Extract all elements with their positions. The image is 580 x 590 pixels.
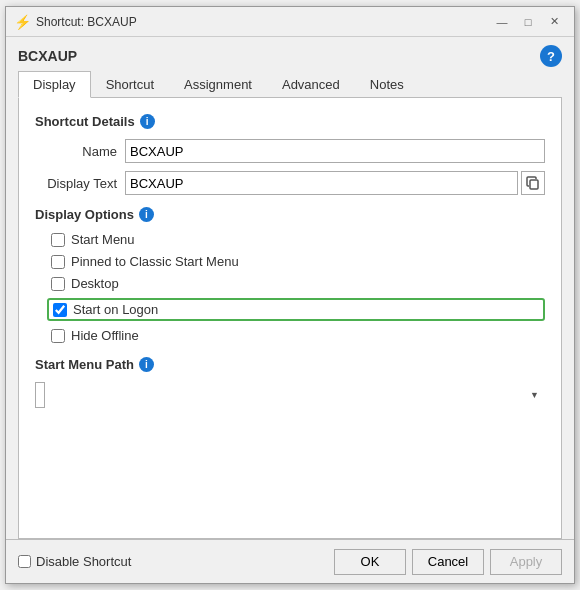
shortcut-details-heading: Shortcut Details i: [35, 114, 545, 129]
tab-bar: Display Shortcut Assignment Advanced Not…: [18, 71, 562, 98]
start-menu-path-section: Start Menu Path i: [35, 357, 545, 408]
title-bar-text: Shortcut: BCXAUP: [36, 15, 490, 29]
copy-button[interactable]: [521, 171, 545, 195]
svg-rect-0: [530, 180, 538, 189]
pinned-classic-label[interactable]: Pinned to Classic Start Menu: [71, 254, 239, 269]
display-options-label: Display Options: [35, 207, 134, 222]
start-menu-label[interactable]: Start Menu: [71, 232, 135, 247]
disable-shortcut-row: Disable Shortcut: [18, 554, 334, 569]
title-bar: ⚡ Shortcut: BCXAUP — □ ✕: [6, 7, 574, 37]
pinned-classic-checkbox[interactable]: [51, 255, 65, 269]
start-menu-path-wrapper: [35, 382, 545, 408]
checkbox-start-on-logon: Start on Logon: [47, 298, 545, 321]
checkbox-start-menu: Start Menu: [51, 232, 545, 247]
name-input[interactable]: [125, 139, 545, 163]
toolbar-row: BCXAUP ?: [18, 45, 562, 67]
close-button[interactable]: ✕: [542, 12, 566, 32]
tab-assignment[interactable]: Assignment: [169, 71, 267, 98]
desktop-label[interactable]: Desktop: [71, 276, 119, 291]
checkbox-pinned-classic: Pinned to Classic Start Menu: [51, 254, 545, 269]
start-on-logon-checkbox[interactable]: [53, 303, 67, 317]
bottom-bar: Disable Shortcut OK Cancel Apply: [6, 539, 574, 583]
display-text-label: Display Text: [35, 176, 125, 191]
checkbox-desktop: Desktop: [51, 276, 545, 291]
name-label: Name: [35, 144, 125, 159]
disable-shortcut-checkbox[interactable]: [18, 555, 31, 568]
start-menu-checkbox[interactable]: [51, 233, 65, 247]
start-menu-path-row: [35, 382, 545, 408]
display-options-heading: Display Options i: [35, 207, 545, 222]
start-menu-path-select[interactable]: [35, 382, 45, 408]
start-on-logon-label[interactable]: Start on Logon: [73, 302, 158, 317]
tab-notes[interactable]: Notes: [355, 71, 419, 98]
shortcut-details-info-icon[interactable]: i: [140, 114, 155, 129]
help-button[interactable]: ?: [540, 45, 562, 67]
tab-panel: Shortcut Details i Name Display Text: [18, 98, 562, 539]
hide-offline-label[interactable]: Hide Offline: [71, 328, 139, 343]
display-options-info-icon[interactable]: i: [139, 207, 154, 222]
start-menu-path-heading: Start Menu Path i: [35, 357, 545, 372]
apply-button[interactable]: Apply: [490, 549, 562, 575]
app-title: BCXAUP: [18, 48, 77, 64]
desktop-checkbox[interactable]: [51, 277, 65, 291]
start-menu-path-info-icon[interactable]: i: [139, 357, 154, 372]
minimize-button[interactable]: —: [490, 12, 514, 32]
tab-display[interactable]: Display: [18, 71, 91, 98]
window-icon: ⚡: [14, 14, 30, 30]
dialog-buttons: OK Cancel Apply: [334, 549, 562, 575]
display-text-input[interactable]: [125, 171, 518, 195]
window-controls: — □ ✕: [490, 12, 566, 32]
maximize-button[interactable]: □: [516, 12, 540, 32]
tab-shortcut[interactable]: Shortcut: [91, 71, 169, 98]
start-menu-path-label: Start Menu Path: [35, 357, 134, 372]
tab-advanced[interactable]: Advanced: [267, 71, 355, 98]
display-text-row: Display Text: [35, 171, 545, 195]
cancel-button[interactable]: Cancel: [412, 549, 484, 575]
content-area: BCXAUP ? Display Shortcut Assignment Adv…: [6, 37, 574, 539]
disable-shortcut-label[interactable]: Disable Shortcut: [36, 554, 131, 569]
hide-offline-checkbox[interactable]: [51, 329, 65, 343]
checkbox-hide-offline: Hide Offline: [51, 328, 545, 343]
main-window: ⚡ Shortcut: BCXAUP — □ ✕ BCXAUP ? Displa…: [5, 6, 575, 584]
name-row: Name: [35, 139, 545, 163]
shortcut-details-label: Shortcut Details: [35, 114, 135, 129]
ok-button[interactable]: OK: [334, 549, 406, 575]
